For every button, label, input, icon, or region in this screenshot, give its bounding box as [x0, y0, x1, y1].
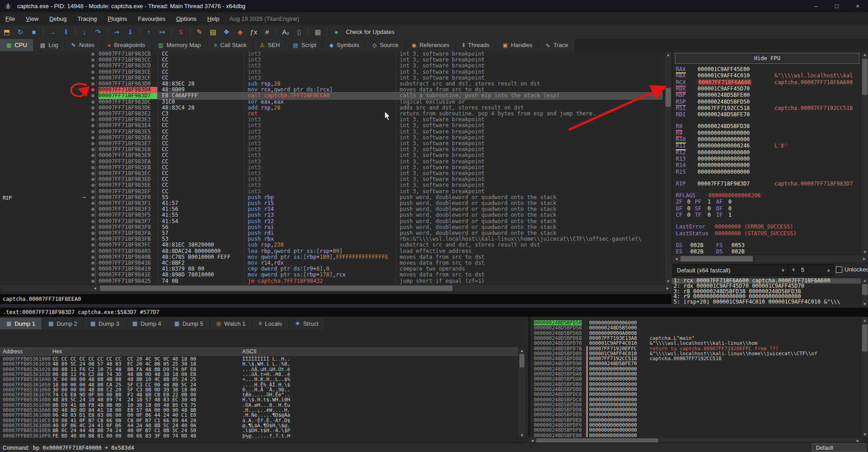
row-dot[interactable] — [91, 184, 94, 187]
tab-dump-3[interactable]: ▦Dump 3 — [84, 318, 126, 329]
row-dot[interactable] — [91, 243, 94, 247]
label-icon[interactable]: ❖ — [220, 26, 233, 38]
assemble-icon[interactable]: A₂ — [279, 26, 292, 38]
comment-icon[interactable]: ▤ — [206, 26, 220, 38]
open-file-icon[interactable]: ⬒ — [0, 26, 14, 38]
register-line[interactable]: RSI00007FF7192CC518captcha.00007FF7192CC… — [672, 105, 868, 111]
register-line[interactable]: RAX000001C9AFF45E00 — [672, 66, 868, 72]
animate-into-icon[interactable]: ↦ — [156, 26, 169, 38]
tab-dump-5[interactable]: ▦Dump 5 — [168, 318, 210, 329]
tab-cpu[interactable]: ▦CPU — [0, 39, 34, 51]
scroll-up-icon[interactable]: ▲ — [861, 52, 868, 58]
menu-file[interactable]: File — [0, 12, 20, 25]
scroll-down-icon[interactable]: ▼ — [665, 278, 672, 285]
scroll-down-icon[interactable]: ▼ — [861, 431, 868, 438]
menu-view[interactable]: View — [20, 12, 44, 25]
register-line[interactable]: R120000000000000000 — [672, 149, 868, 156]
scroll-up-icon[interactable]: ▲ — [665, 52, 672, 58]
row-dot[interactable] — [91, 208, 94, 211]
register-line[interactable]: RDX000001C9AFF45D70 — [672, 86, 868, 92]
row-dot[interactable] — [91, 267, 94, 271]
stack-row[interactable]: 000000248D5BFDF80000000000000000 — [530, 428, 868, 433]
register-line[interactable]: ZF0PF1AF0 — [672, 199, 868, 205]
row-dot[interactable] — [91, 256, 94, 259]
row-dot[interactable] — [91, 71, 94, 74]
argument-row[interactable]: 2: rdx 000001C9AFF45D70 000001C9AFF45D70 — [672, 284, 863, 289]
disasm-row[interactable]: 00007FF718F9840348:8DAC24 80000000lea rb… — [0, 248, 664, 254]
stack-pane[interactable]: 000000248D5BFD50000000000000600000000024… — [528, 317, 868, 442]
row-dot[interactable] — [91, 190, 94, 193]
disasm-row[interactable]: 00007FF718F983CCCCint3int 3, software br… — [0, 57, 664, 63]
row-dot[interactable] — [91, 106, 94, 109]
seh-icon[interactable]: S — [174, 26, 188, 38]
disasm-row[interactable]: 00007FF718F983E5CCint3int 3, software br… — [0, 129, 664, 135]
memory-icon[interactable]: ▯ — [292, 26, 306, 38]
argument-row[interactable]: 5: [rsp+20] 000001C9AFF4C010 000001C9AFF… — [672, 300, 863, 305]
step-out-icon[interactable]: ⇓ — [123, 26, 137, 38]
row-dot[interactable] — [91, 142, 94, 145]
tab-memory-map[interactable]: ▥Memory Map — [152, 39, 208, 51]
argument-row[interactable]: 1: rcx 00007FF718F6A600 captcha.00007FF7… — [672, 278, 863, 284]
stepper-down-icon[interactable]: ▼ — [791, 267, 796, 272]
arguments-vscroll-thumb[interactable] — [862, 284, 868, 295]
row-dot[interactable] — [91, 178, 94, 181]
register-line[interactable]: LastStatus00000000 (STATUS_SUCCESS) — [672, 230, 868, 237]
scroll-up-icon[interactable]: ▲ — [861, 317, 868, 324]
breakpoint-dot[interactable] — [91, 88, 94, 91]
row-dot[interactable] — [91, 130, 94, 133]
close-button[interactable]: × — [847, 0, 868, 12]
tab-dump-1[interactable]: ▦Dump 1 — [0, 318, 42, 329]
restart-icon[interactable]: ↻ — [14, 26, 27, 38]
stack-row[interactable]: 000000248D5BFDC00000000000000000 — [530, 392, 868, 397]
register-line[interactable]: OF0SF0DF0 — [672, 205, 868, 212]
row-dot[interactable] — [91, 273, 94, 276]
row-dot[interactable] — [91, 250, 94, 253]
stepper-up-icon[interactable]: ▲ — [826, 267, 831, 272]
disasm-hscrollbar[interactable]: ◄ ► — [0, 284, 672, 292]
maximize-button[interactable]: □ — [826, 0, 847, 12]
disasm-row[interactable]: 00007FF718F9841E48:898D 78010000mov qwor… — [0, 272, 664, 278]
registers-vscrollbar[interactable]: ▲ ▼ — [861, 51, 868, 256]
register-line[interactable]: R150000000000000000 — [672, 169, 868, 175]
stop-icon[interactable]: ■ — [27, 26, 41, 38]
row-dot[interactable] — [91, 196, 94, 199]
disasm-row[interactable]: 00007FF718F983CECCint3int 3, software br… — [0, 69, 664, 75]
tab-script[interactable]: ▤Script — [287, 39, 323, 51]
disasm-row[interactable]: 00007FF718F983F956push rsipush word, dou… — [0, 224, 664, 230]
register-line[interactable]: RBP000000248D5BFE00 — [672, 92, 868, 98]
disasm-row[interactable]: 00007FF718F983F341:56push r14push word, … — [0, 206, 664, 212]
disasm-row[interactable]: 00007FF718F983EACCint3int 3, software br… — [0, 159, 664, 165]
command-input[interactable]: bp 0x00007FF718F40000 + 0x583d4 — [33, 445, 812, 451]
tab-seh[interactable]: ⚠SEH — [254, 39, 287, 51]
scroll-down-icon[interactable]: ▼ — [861, 301, 868, 307]
check-updates-label[interactable]: Check for Updates — [346, 29, 395, 35]
disasm-row[interactable]: 00007FF718F983F741:54push r12push word, … — [0, 219, 664, 224]
row-dot[interactable] — [91, 220, 94, 223]
minimize-button[interactable]: – — [806, 0, 826, 12]
disasm-row[interactable]: 00007FF718F983E6CCint3int 3, software br… — [0, 135, 664, 141]
disasm-row[interactable]: 00007FF718F983F541:55push r13push word, … — [0, 212, 664, 218]
scroll-left-icon[interactable]: ◄ — [673, 255, 679, 262]
disasm-row[interactable]: 00007FF718F983DC31C0xor eax,eaxlogical e… — [0, 99, 664, 105]
register-line[interactable]: RDI000000248D5BFE70 — [672, 111, 868, 118]
dump-pane[interactable]: ▦Dump 1▦Dump 2▦Dump 3▦Dump 4▦Dump 5◎Watc… — [0, 317, 526, 442]
register-line[interactable]: R130000000000000000 — [672, 156, 868, 162]
row-dot[interactable] — [91, 280, 94, 283]
row-dot[interactable] — [91, 232, 94, 235]
pause-icon[interactable]: ‖ — [59, 26, 73, 38]
disasm-row[interactable]: 00007FF718F983D448:8B09mov rcx,qword ptr… — [0, 87, 664, 93]
disasm-hscroll-thumb[interactable] — [100, 285, 453, 291]
stack-vscroll-thumb[interactable] — [862, 324, 868, 352]
disasm-row[interactable]: 00007FF718F983E4CCint3int 3, software br… — [0, 123, 664, 128]
patch-icon[interactable]: ◆ — [233, 26, 247, 38]
registers-vscroll-thumb[interactable] — [862, 59, 868, 95]
command-profile-select[interactable]: Default — [812, 443, 866, 452]
scroll-left-icon[interactable]: ◄ — [92, 285, 98, 292]
step-into-icon[interactable]: ↓ — [78, 26, 91, 38]
scroll-right-icon[interactable]: ► — [861, 255, 868, 262]
stack-row[interactable]: 000000248D5BFD90000000248D5BFE70 — [530, 361, 868, 366]
disasm-row[interactable]: 00007FF718F9841941:8379 08 00cmp dword p… — [0, 266, 664, 272]
disasm-row[interactable]: 00007FF718F983E9CCint3int 3, software br… — [0, 152, 664, 158]
disasm-row[interactable]: 00007FF718F9842574 0Bje captcha.7FF718F9… — [0, 278, 664, 284]
hide-fpu-button[interactable]: Hide FPU — [675, 53, 859, 64]
